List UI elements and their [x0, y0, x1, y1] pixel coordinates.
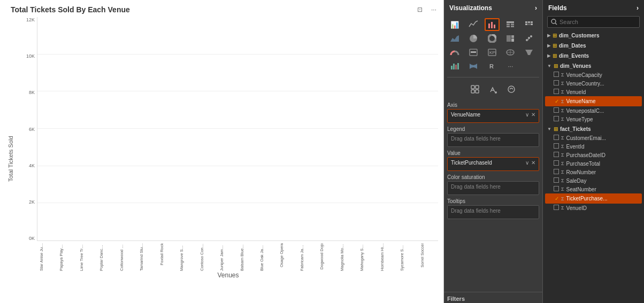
viz-icon-ribbon[interactable] — [466, 60, 481, 73]
table-icon: ⊞ — [554, 126, 558, 132]
group-name: dim_Venues — [560, 63, 591, 69]
legend-field-box[interactable]: Drag data fields here — [447, 133, 539, 147]
viz-icon-kpi[interactable]: KPI — [485, 46, 500, 59]
y-tick: 8K — [18, 90, 35, 95]
field-item[interactable]: ΣVenueCountry... — [545, 79, 642, 88]
color-saturation-well: Color saturation Drag data fields here — [447, 174, 539, 195]
viz-icon-scatter[interactable] — [522, 32, 536, 45]
field-item[interactable]: ΣSaleDay — [545, 176, 642, 185]
field-item[interactable]: ΣSeatNumber — [545, 185, 642, 193]
table-icon: ⊞ — [554, 63, 558, 69]
field-item[interactable]: ΣVenueCapacity — [545, 71, 642, 79]
svg-rect-11 — [525, 24, 527, 25]
field-group-header[interactable]: ▶⊞dim_Dates — [545, 41, 642, 50]
field-item[interactable]: ΣRowNumber — [545, 168, 642, 176]
tooltips-field-box[interactable]: Drag data fields here — [447, 205, 539, 219]
viz-icon-matrix[interactable] — [522, 18, 536, 31]
viz-icon-grid: 📊 — [444, 16, 542, 75]
field-name: VenueCountry... — [566, 81, 640, 87]
field-item[interactable]: ✓ΣTicketPurchase... — [545, 193, 642, 204]
field-item[interactable]: ΣPurchaseTotal — [545, 159, 642, 168]
filters-label: Filters — [444, 292, 542, 303]
svg-rect-17 — [507, 35, 511, 42]
x-label: Contoso Concert Hall — [200, 243, 218, 271]
viz-icon-table[interactable] — [503, 18, 518, 31]
viz-icon-bar[interactable]: 📊 — [447, 18, 462, 31]
axis-label: Axis — [447, 102, 539, 108]
value-well: Value TicketPurchaseId ∨ ✕ — [447, 150, 539, 171]
viz-icon-gauge[interactable] — [447, 46, 462, 59]
sigma-icon: Σ — [561, 196, 564, 201]
viz-icon-area[interactable] — [447, 32, 462, 45]
grid-line-6k — [37, 128, 438, 129]
viz-expand-icon[interactable]: › — [535, 4, 537, 12]
field-group-header[interactable]: ▼⊞dim_Venues — [545, 61, 642, 71]
field-item[interactable]: ΣEventId — [545, 142, 642, 151]
field-item[interactable]: ΣVenueId — [545, 88, 642, 96]
field-item[interactable]: ✓ΣVenueName — [545, 96, 642, 106]
viz-tool-paint[interactable] — [485, 82, 502, 97]
field-name: VenueId — [566, 89, 640, 95]
svg-rect-25 — [471, 51, 476, 53]
viz-icon-more[interactable]: ··· — [503, 60, 518, 73]
field-item[interactable]: ΣVenueID — [545, 204, 642, 212]
color-field-box[interactable]: Drag data fields here — [447, 181, 539, 195]
axis-field-box[interactable]: VenueName ∨ ✕ — [447, 109, 539, 123]
group-name: dim_Events — [559, 53, 589, 59]
value-field-box[interactable]: TicketPurchaseId ∨ ✕ — [447, 157, 539, 171]
sigma-icon: Σ — [561, 169, 564, 175]
field-group-header[interactable]: ▼⊞fact_Tickets — [545, 125, 642, 134]
svg-rect-3 — [507, 21, 514, 23]
viz-icon-funnel[interactable] — [522, 46, 536, 59]
search-box[interactable] — [547, 16, 640, 28]
field-name: TicketPurchase... — [566, 196, 639, 201]
viz-tool-format[interactable] — [466, 82, 484, 97]
fields-expand-icon[interactable]: › — [637, 4, 639, 12]
fields-list: ▶⊞dim_Customers▶⊞dim_Dates▶⊞dim_Events▼⊞… — [543, 31, 644, 303]
svg-rect-19 — [511, 38, 514, 42]
expand-icon: ▼ — [547, 64, 551, 68]
field-checkbox — [554, 205, 559, 210]
viz-icon-r[interactable]: R — [485, 60, 500, 73]
field-item[interactable]: ΣPurchaseDateID — [545, 151, 642, 159]
sigma-icon: Σ — [561, 144, 564, 149]
group-name: fact_Tickets — [560, 126, 591, 132]
field-item[interactable]: ΣCustomerEmai... — [545, 134, 642, 142]
field-group-header[interactable]: ▶⊞dim_Customers — [545, 31, 642, 40]
viz-icon-column[interactable] — [485, 18, 500, 31]
ticket-chip-dropdown[interactable]: ∨ — [525, 160, 529, 166]
viz-tool-analytics[interactable] — [503, 82, 520, 97]
viz-icon-treemap[interactable] — [503, 32, 518, 45]
viz-tools — [444, 80, 542, 99]
svg-line-43 — [555, 23, 557, 25]
viz-icon-line[interactable] — [466, 18, 481, 31]
x-label: Osage Opera — [279, 243, 297, 267]
grid-line-10k — [37, 54, 438, 55]
chip-remove[interactable]: ✕ — [531, 112, 535, 118]
sigma-icon: Σ — [561, 205, 564, 211]
viz-icon-map[interactable] — [503, 46, 518, 59]
x-label: Mahogany Soccer — [359, 243, 378, 271]
x-label: Mangrove Soccer Club — [179, 243, 197, 271]
ticket-chip-actions: ∨ ✕ — [525, 160, 535, 166]
chip-dropdown[interactable]: ∨ — [525, 112, 529, 118]
expand-icon: ▶ — [547, 53, 550, 58]
value-label: Value — [447, 150, 539, 156]
field-group-header[interactable]: ▶⊞dim_Events — [545, 51, 642, 60]
x-label: Cottonwood Concert Hall — [119, 243, 137, 271]
viz-icon-waterfall[interactable] — [447, 60, 462, 73]
field-item[interactable]: ΣVenuepostalC... — [545, 106, 642, 115]
legend-well: Legend Drag data fields here — [447, 126, 539, 147]
x-label: Sycamore Symphony — [400, 243, 418, 271]
viz-icon-pie[interactable] — [466, 32, 481, 45]
search-input[interactable] — [559, 19, 636, 25]
ticket-chip-remove[interactable]: ✕ — [531, 160, 535, 166]
field-name: EventId — [566, 144, 640, 150]
viz-icon-card[interactable] — [466, 46, 481, 59]
x-label: Hornbeam HipHop — [380, 243, 398, 271]
field-item[interactable]: ΣVenueType — [545, 115, 642, 123]
field-name: SaleDay — [566, 178, 640, 184]
more-icon[interactable]: ··· — [428, 4, 439, 15]
viz-icon-donut[interactable] — [485, 32, 500, 45]
expand-icon[interactable]: ⊡ — [415, 4, 425, 15]
